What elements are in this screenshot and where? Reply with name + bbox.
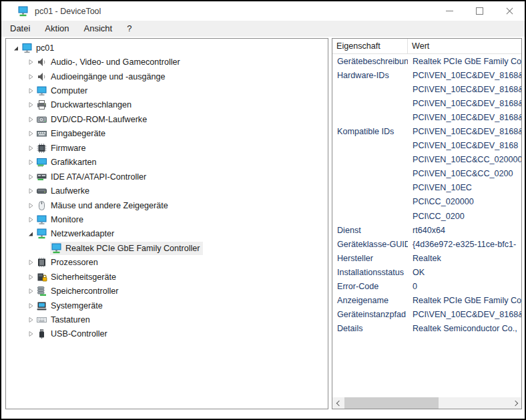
expander-icon[interactable] bbox=[26, 158, 35, 167]
tree-item-box[interactable]: Computer bbox=[35, 84, 90, 97]
scrollbar-thumb[interactable] bbox=[344, 397, 439, 409]
tree-item-box[interactable]: IDE ATA/ATAPI-Controller bbox=[35, 170, 149, 184]
tree-item-audioeing-nge-und-ausg-nge[interactable]: Audioeingänge und -ausgänge bbox=[6, 69, 328, 83]
tree-item-box[interactable]: Monitore bbox=[35, 213, 86, 226]
tree-item-systemger-te[interactable]: Systemgeräte bbox=[6, 298, 328, 312]
chip-icon bbox=[36, 143, 47, 154]
tree-item-computer[interactable]: Computer bbox=[6, 83, 328, 97]
tree-item-box[interactable]: Netzwerkadapter bbox=[35, 227, 117, 240]
tree-item-m-use-und-andere-zeigeger-te[interactable]: Mäuse und andere Zeigegeräte bbox=[6, 198, 328, 212]
property-row-installationsstatus[interactable]: InstallationsstatusOK bbox=[332, 265, 521, 279]
property-row-details[interactable]: DetailsRealtek Semiconductor Co., bbox=[332, 322, 521, 336]
tree-item-usb-controller[interactable]: USB-Controller bbox=[6, 327, 328, 341]
tree-item-box[interactable]: Laufwerke bbox=[35, 184, 92, 198]
tree-item-grafikkarten[interactable]: Grafikkarten bbox=[6, 156, 328, 170]
column-header-wert[interactable]: Wert bbox=[408, 39, 521, 53]
horizontal-scrollbar[interactable] bbox=[332, 397, 521, 409]
tree-item-box[interactable]: Druckwarteschlangen bbox=[35, 98, 134, 112]
scroll-right-button[interactable] bbox=[510, 397, 521, 409]
tree-item-box[interactable]: Mäuse und andere Zeigegeräte bbox=[35, 199, 171, 212]
tree-item-tastaturen[interactable]: Tastaturen bbox=[6, 312, 328, 327]
property-row[interactable]: PCI\VEN_10EC&DEV_8168& bbox=[332, 82, 521, 96]
expander-icon[interactable] bbox=[26, 172, 35, 182]
tree-item-prozessoren[interactable]: Prozessoren bbox=[6, 256, 328, 270]
tree-item-box[interactable]: Speichercontroller bbox=[35, 284, 121, 298]
property-row-hersteller[interactable]: HerstellerRealtek bbox=[332, 251, 521, 265]
property-row-ger-teklasse-guid[interactable]: Geräteklasse-GUID{4d36e972-e325-11ce-bfc… bbox=[332, 237, 521, 251]
tree-item-box[interactable]: Audio-, Video- und Gamecontroller bbox=[35, 55, 183, 69]
tree-item-box[interactable]: Audioeingänge und -ausgänge bbox=[35, 70, 168, 83]
expander-icon[interactable] bbox=[26, 329, 35, 339]
tree-item-pc01[interactable]: pc01 bbox=[6, 41, 328, 55]
property-row[interactable]: PCI\VEN_10EC&CC_0200 bbox=[332, 167, 521, 181]
tree-item-box[interactable]: Realtek PCIe GbE Family Controller bbox=[50, 242, 203, 255]
monitor-icon bbox=[36, 214, 47, 225]
tree-item-laufwerke[interactable]: Laufwerke bbox=[6, 184, 328, 198]
tree-item-dvd-cd-rom-laufwerke[interactable]: DVD/CD-ROM-Laufwerke bbox=[6, 112, 328, 126]
expander-icon[interactable] bbox=[26, 186, 35, 196]
tree-item-monitore[interactable]: Monitore bbox=[6, 212, 328, 226]
close-button[interactable] bbox=[495, 1, 525, 21]
expander-icon[interactable] bbox=[26, 100, 35, 110]
tree-item-ide-ata-atapi-controller[interactable]: IDE ATA/ATAPI-Controller bbox=[6, 170, 328, 184]
expander-icon[interactable] bbox=[26, 72, 35, 81]
expander-icon[interactable] bbox=[26, 129, 35, 138]
expander-icon[interactable] bbox=[26, 315, 35, 325]
expander-icon[interactable] bbox=[26, 301, 35, 310]
property-row[interactable]: PCI\VEN_10EC&DEV_8168& bbox=[332, 96, 521, 110]
tree-item-box[interactable]: Grafikkarten bbox=[35, 156, 99, 169]
expander-icon[interactable] bbox=[26, 258, 35, 267]
menu-item-aktion[interactable]: Aktion bbox=[37, 21, 76, 37]
property-value: PCI\VEN_10EC&DEV_8168& bbox=[408, 99, 521, 108]
minimize-button[interactable] bbox=[435, 1, 465, 21]
property-row-hardware-ids[interactable]: Hardware-IDsPCI\VEN_10EC&DEV_8168& bbox=[332, 68, 521, 82]
property-row[interactable]: PCI\CC_0200 bbox=[332, 209, 521, 223]
expander-icon[interactable] bbox=[26, 115, 35, 124]
tree-item-netzwerkadapter[interactable]: Netzwerkadapter bbox=[6, 227, 328, 241]
tree-item-sicherheitsger-te[interactable]: Sicherheitsgeräte bbox=[6, 270, 328, 284]
expander-icon[interactable] bbox=[26, 286, 35, 296]
tree-item-label: Audioeingänge und -ausgänge bbox=[51, 72, 166, 81]
property-row-dienst[interactable]: Dienstrt640x64 bbox=[332, 223, 521, 237]
tree-item-box[interactable]: Tastaturen bbox=[35, 313, 93, 327]
property-row[interactable]: PCI\VEN_10EC&DEV_8168& bbox=[332, 110, 521, 124]
property-row[interactable]: PCI\CC_020000 bbox=[332, 195, 521, 209]
expander-icon[interactable] bbox=[26, 144, 35, 153]
property-row-anzeigename[interactable]: AnzeigenameRealtek PCIe GbE Family Con bbox=[332, 294, 521, 308]
menu-item-datei[interactable]: Datei bbox=[3, 21, 37, 37]
property-row[interactable]: PCI\VEN_10EC&DEV_8168 bbox=[332, 139, 521, 153]
tree-item-audio-video-und-gamecontroller[interactable]: Audio-, Video- und Gamecontroller bbox=[6, 55, 328, 69]
expander-icon[interactable] bbox=[26, 229, 35, 238]
tree-item-realtek-pcie-gbe-family-controller[interactable]: Realtek PCIe GbE Family Controller bbox=[6, 241, 328, 255]
maximize-button[interactable] bbox=[465, 1, 495, 21]
tree-item-box[interactable]: Eingabegeräte bbox=[35, 127, 108, 140]
property-row-ger-tebeschreibung[interactable]: GerätebeschreibungRealtek PCIe GbE Famil… bbox=[332, 54, 521, 68]
expander-icon[interactable] bbox=[26, 215, 35, 224]
tree-item-eingabeger-te[interactable]: Eingabegeräte bbox=[6, 127, 328, 141]
tree-item-box[interactable]: USB-Controller bbox=[35, 327, 110, 341]
menu-item-hilfe[interactable]: ? bbox=[119, 21, 139, 37]
tree-item-box[interactable]: pc01 bbox=[21, 41, 57, 55]
expander-icon[interactable] bbox=[26, 86, 35, 95]
property-row-error-code[interactable]: Error-Code0 bbox=[332, 280, 521, 294]
tree-item-box[interactable]: Systemgeräte bbox=[35, 299, 105, 312]
property-row-kompatible-ids[interactable]: Kompatible IDsPCI\VEN_10EC&DEV_8168& bbox=[332, 124, 521, 138]
tree-item-box[interactable]: Sicherheitsgeräte bbox=[35, 270, 119, 284]
menu-item-ansicht[interactable]: Ansicht bbox=[77, 21, 120, 37]
expander-icon[interactable] bbox=[26, 201, 35, 210]
column-header-eigenschaft[interactable]: Eigenschaft bbox=[332, 39, 407, 53]
tree-item-box[interactable]: Firmware bbox=[35, 142, 88, 155]
tree-item-firmware[interactable]: Firmware bbox=[6, 141, 328, 155]
property-row[interactable]: PCI\VEN_10EC&CC_020000 bbox=[332, 153, 521, 167]
tree-item-box[interactable]: Prozessoren bbox=[35, 256, 101, 269]
property-row-ger-teinstanzpfad[interactable]: GeräteinstanzpfadPCI\VEN_10EC&DEV_8168& bbox=[332, 308, 521, 322]
tree-item-label: Systemgeräte bbox=[51, 301, 103, 310]
scroll-left-button[interactable] bbox=[332, 397, 344, 409]
expander-icon[interactable] bbox=[11, 43, 21, 53]
property-row[interactable]: PCI\VEN_10EC bbox=[332, 181, 521, 195]
tree-item-speichercontroller[interactable]: Speichercontroller bbox=[6, 284, 328, 298]
tree-item-druckwarteschlangen[interactable]: Druckwarteschlangen bbox=[6, 98, 328, 112]
expander-icon[interactable] bbox=[26, 272, 35, 282]
expander-icon[interactable] bbox=[26, 57, 35, 67]
tree-item-box[interactable]: DVD/CD-ROM-Laufwerke bbox=[35, 113, 150, 126]
